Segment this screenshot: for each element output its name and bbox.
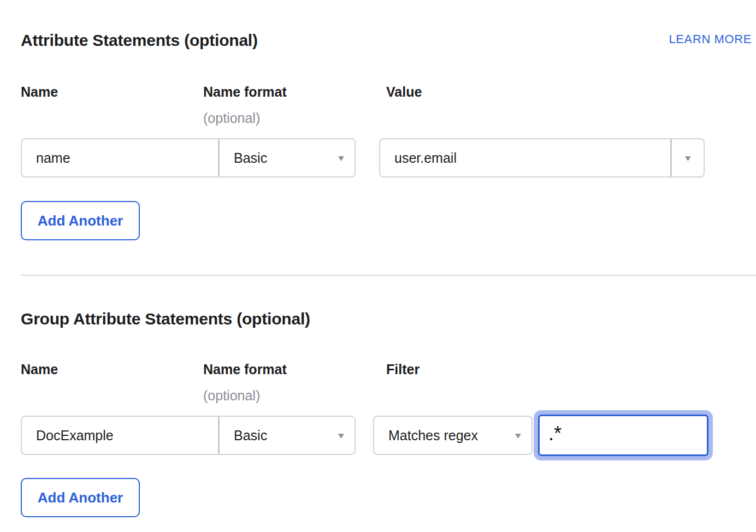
attribute-name-input[interactable] [22, 139, 218, 176]
learn-more-link[interactable]: LEARN MORE [669, 32, 752, 46]
group-attribute-row: Basic ▾ [21, 416, 356, 455]
chevron-down-icon: ▾ [515, 431, 521, 440]
attribute-row: Basic ▾ [21, 138, 356, 178]
group-attribute-statements-title: Group Attribute Statements (optional) [21, 310, 310, 328]
column-header-name-format: Name format [203, 84, 287, 100]
value-dropdown-button[interactable]: ▾ [672, 139, 704, 176]
attribute-name-format-select[interactable]: Basic ▾ [220, 139, 355, 176]
filter-value-input[interactable] [538, 415, 708, 456]
column-header-filter: Filter [386, 362, 420, 377]
group-name-format-select[interactable]: Basic ▾ [220, 417, 355, 454]
name-format-optional-hint: (optional) [203, 388, 260, 404]
column-header-value: Value [386, 84, 422, 100]
chevron-down-icon: ▾ [338, 431, 344, 440]
name-format-selected-value: Basic [234, 150, 267, 166]
name-format-optional-hint: (optional) [203, 110, 260, 126]
attribute-value-combo: ▾ [379, 138, 705, 178]
name-format-selected-value: Basic [234, 428, 267, 444]
filter-type-selected-value: Matches regex [388, 428, 478, 444]
chevron-down-icon: ▾ [685, 153, 691, 163]
group-attribute-name-input[interactable] [22, 417, 218, 454]
attribute-statements-title: Attribute Statements (optional) [21, 31, 258, 50]
add-another-attribute-button[interactable]: Add Another [21, 201, 140, 240]
column-header-name: Name [21, 362, 58, 377]
section-divider [21, 275, 756, 276]
column-header-name-format: Name format [203, 362, 287, 377]
chevron-down-icon: ▾ [338, 153, 344, 163]
add-another-group-attribute-button[interactable]: Add Another [21, 478, 140, 517]
attribute-value-input[interactable] [380, 139, 670, 176]
column-header-name: Name [21, 84, 58, 100]
filter-type-select[interactable]: Matches regex ▾ [373, 416, 533, 455]
